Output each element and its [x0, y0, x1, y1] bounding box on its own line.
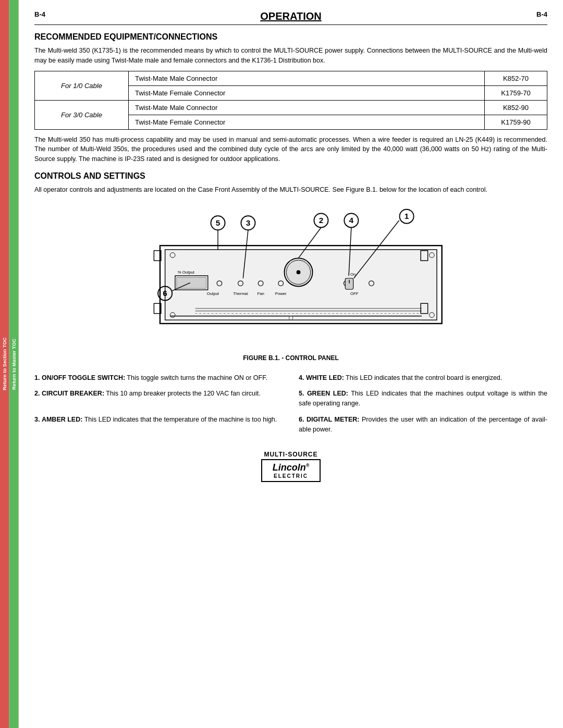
brand-name: MULTI-SOURCE — [264, 451, 317, 458]
figure-container: % Output Output Thermal Fan Power On — [34, 205, 547, 368]
section2-body: All operator controls and adjustments ar… — [34, 185, 547, 195]
svg-text:1: 1 — [405, 212, 409, 220]
svg-text:4: 4 — [349, 215, 354, 224]
connector-30-male: Twist-Mate Male Connector — [129, 100, 485, 115]
control-4-number: 4. — [299, 374, 304, 381]
title-divider — [34, 24, 547, 25]
control-item-1: 1. ON/OFF TOGGLE SWITCH: This toggle swi… — [34, 373, 283, 383]
control-item-6: 6. DIGITAL METER: Provides the user with… — [299, 415, 547, 435]
control-2-term: CIRCUIT BREAKER: — [42, 390, 104, 397]
control-1-term: ON/OFF TOGGLE SWITCH: — [42, 374, 125, 381]
connector-10-male: Twist-Mate Male Connector — [129, 71, 485, 85]
lincoln-sub: ELECTRIC — [273, 473, 310, 479]
control-item-5: 5. GREEN LED: This LED indicates that th… — [299, 389, 547, 409]
svg-point-17 — [297, 270, 301, 274]
lincoln-name: Lincoln® — [273, 462, 310, 473]
control-4-term: WHITE LED: — [306, 374, 344, 381]
footer-logo: MULTI-SOURCE Lincoln® ELECTRIC — [34, 451, 547, 482]
connector-table: For 1/0 Cable Twist-Mate Male Connector … — [34, 71, 547, 130]
control-2-desc: This 10 amp breaker protects the 120 VAC… — [106, 390, 260, 397]
part-30-male: K852-90 — [485, 100, 547, 115]
svg-text:% Output: % Output — [178, 270, 195, 275]
control-1-desc: This toggle switch turns the machine ON … — [127, 374, 267, 381]
svg-text:6: 6 — [163, 288, 167, 297]
part-10-male: K852-70 — [485, 71, 547, 85]
sidebar-tab-section-1[interactable]: Return to Section TOC — [0, 0, 9, 728]
control-3-number: 3. — [34, 416, 40, 423]
sidebar-tab-master-1[interactable]: Return to Master TOC — [9, 0, 19, 728]
page-title: OPERATION — [56, 10, 526, 22]
cable-label-30: For 3/0 Cable — [35, 100, 129, 129]
table-row: For 1/0 Cable Twist-Mate Male Connector … — [35, 71, 547, 85]
control-4-desc: This LED indicates that the control boar… — [346, 374, 502, 381]
svg-text:Thermal: Thermal — [233, 291, 248, 295]
connector-30-female: Twist-Mate Female Connector — [129, 115, 485, 129]
svg-text:Fan: Fan — [257, 291, 264, 295]
svg-text:Output: Output — [207, 291, 219, 295]
control-3-desc: This LED indicates that the temperature … — [84, 416, 277, 423]
table-row: For 3/0 Cable Twist-Mate Male Connector … — [35, 100, 547, 115]
svg-text:OFF: OFF — [350, 291, 359, 295]
section1-body: The Multi-weld 350 has multi-process cap… — [34, 135, 547, 164]
connector-10-female: Twist-Mate Female Connector — [129, 85, 485, 100]
svg-text:5: 5 — [216, 218, 221, 227]
control-panel-figure: % Output Output Thermal Fan Power On — [114, 205, 468, 351]
control-1-number: 1. — [34, 374, 40, 381]
page-header: B-4 OPERATION B-4 — [34, 10, 547, 22]
svg-text:On: On — [350, 272, 356, 277]
control-5-number: 5. — [299, 390, 304, 397]
control-6-term: DIGITAL METER: — [307, 416, 359, 423]
control-item-4: 4. WHITE LED: This LED indicates that th… — [299, 373, 547, 383]
control-6-number: 6. — [299, 416, 304, 423]
control-2-number: 2. — [34, 390, 40, 397]
cable-label-10: For 1/0 Cable — [35, 71, 129, 100]
lincoln-box: Lincoln® ELECTRIC — [261, 459, 321, 482]
svg-text:3: 3 — [246, 218, 251, 227]
section1-heading: RECOMMENDED EQUIPMENT/CONNECTIONS — [34, 32, 547, 42]
control-3-term: AMBER LED: — [42, 416, 82, 423]
part-10-female: K1759-70 — [485, 85, 547, 100]
control-item-3: 3. AMBER LED: This LED indicates that th… — [34, 415, 283, 435]
control-item-2: 2. CIRCUIT BREAKER: This 10 amp breaker … — [34, 389, 283, 409]
left-sidebar: Return to Section TOC Return to Master T… — [0, 0, 19, 728]
section1-intro: The Multi-weld 350 (K1735-1) is the reco… — [34, 46, 547, 66]
page-number-right: B-4 — [536, 10, 547, 18]
svg-text:2: 2 — [319, 215, 324, 224]
control-5-term: GREEN LED: — [307, 390, 348, 397]
section2-heading: CONTROLS AND SETTINGS — [34, 171, 547, 181]
registered-mark: ® — [306, 463, 310, 468]
part-30-female: K1759-90 — [485, 115, 547, 129]
page-number-left: B-4 — [34, 10, 45, 18]
figure-caption: FIGURE B.1. - CONTROL PANEL — [243, 354, 339, 362]
svg-text:Power: Power — [275, 291, 287, 295]
controls-list: 1. ON/OFF TOGGLE SWITCH: This toggle swi… — [34, 373, 547, 441]
